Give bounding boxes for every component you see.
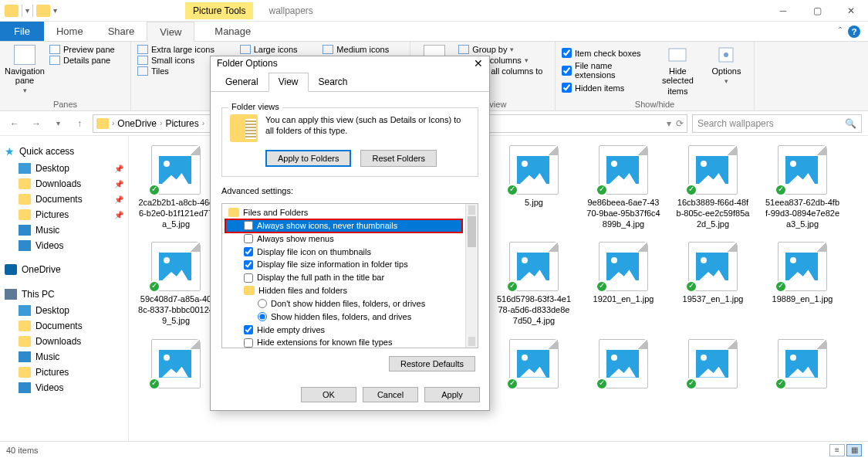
crumb-onedrive[interactable]: OneDrive› <box>117 118 162 129</box>
apply-button[interactable]: Apply <box>424 387 480 402</box>
options-icon <box>715 45 737 65</box>
layout-xl[interactable]: Extra large icons <box>137 45 229 54</box>
close-button[interactable]: ✕ <box>834 0 868 22</box>
preview-pane-button[interactable]: Preview pane <box>49 45 115 54</box>
tree-file-icon[interactable]: Display file icon on thumbnails <box>225 246 462 259</box>
file-item[interactable]: 59c408d7-a85a-408c-8337-bbbc001249_5.jpg <box>138 242 214 326</box>
forward-button[interactable]: → <box>28 115 45 132</box>
qat-folder-icon[interactable] <box>36 5 50 17</box>
refresh-icon[interactable]: ⟳ <box>676 118 684 129</box>
sidebar-pc-pictures[interactable]: Pictures <box>0 365 128 380</box>
tab-manage[interactable]: Manage <box>202 22 263 41</box>
sidebar-pc-videos[interactable]: Videos <box>0 380 128 395</box>
file-item[interactable] <box>675 339 751 422</box>
file-item[interactable]: 19537_en_1.jpg <box>675 242 751 326</box>
file-thumbnail <box>151 339 201 388</box>
sidebar-item-downloads[interactable]: Downloads📌 <box>0 176 128 192</box>
sidebar-pc-downloads[interactable]: Downloads <box>0 334 128 349</box>
minimize-button[interactable]: ─ <box>766 0 800 22</box>
sidebar-onedrive[interactable]: OneDrive <box>0 261 128 278</box>
file-name: 2ca2b2b1-a8cb-46c6-b2e0-b1f121ed77a_5.jp… <box>138 198 214 229</box>
tree-hide-ext[interactable]: Hide extensions for known file types <box>225 336 462 348</box>
file-thumbnail <box>688 339 738 388</box>
view-icons-toggle[interactable]: ▦ <box>846 444 862 456</box>
tree-files-folders[interactable]: Files and Folders <box>225 206 462 219</box>
file-item[interactable]: 16cb3889-f66d-48fb-805c-ee2c59f85a2d_5.j… <box>675 145 751 229</box>
tree-full-path[interactable]: Display the full path in the title bar <box>225 271 462 284</box>
file-thumbnail <box>509 145 559 195</box>
sidebar-pc-desktop[interactable]: Desktop <box>0 303 128 318</box>
sidebar-item-music[interactable]: Music <box>0 222 128 238</box>
hidden-items-toggle[interactable]: Hidden items <box>562 83 650 93</box>
tree-hide-empty[interactable]: Hide empty drives <box>225 324 462 337</box>
path-dropdown-icon[interactable]: ▾ <box>667 118 671 129</box>
qat-dropdown-icon[interactable]: ▾ <box>25 6 29 15</box>
file-item[interactable]: 19889_en_1.jpg <box>765 242 840 326</box>
path-folder-icon <box>96 118 109 129</box>
file-item[interactable] <box>496 339 572 422</box>
sidebar-item-pictures[interactable]: Pictures📌 <box>0 207 128 222</box>
folder-icon <box>19 336 31 347</box>
file-item[interactable]: 51eea837-62db-4fbf-99d3-0894e7e82ea3_5.j… <box>765 145 840 229</box>
tab-share[interactable]: Share <box>96 22 147 41</box>
dialog-tab-view[interactable]: View <box>269 73 309 92</box>
hide-selected-button[interactable]: Hide selected items <box>657 45 699 98</box>
file-item[interactable]: 19201_en_1.jpg <box>586 242 661 326</box>
apply-to-folders-button[interactable]: Apply to Folders <box>265 150 351 167</box>
tree-show-hidden[interactable]: Show hidden files, folders, and drives <box>225 310 462 324</box>
group-by-button[interactable]: Group by▾ <box>458 45 549 54</box>
details-pane-button[interactable]: Details pane <box>49 56 115 65</box>
sidebar-item-videos[interactable]: Videos <box>0 238 128 253</box>
sidebar-quickaccess[interactable]: ★Quick access <box>0 142 128 161</box>
item-checkboxes-toggle[interactable]: Item check boxes <box>562 48 650 58</box>
tree-always-menus[interactable]: Always show menus <box>225 232 462 246</box>
file-extensions-toggle[interactable]: File name extensions <box>562 61 650 80</box>
item-count: 40 items <box>6 446 39 455</box>
file-item[interactable]: 9e86beea-6ae7-4370-9bae-95b37f6c4899b_4.… <box>586 145 661 229</box>
sidebar-item-desktop[interactable]: Desktop📌 <box>0 161 128 176</box>
tree-scrollbar[interactable] <box>465 204 478 348</box>
reset-folders-button[interactable]: Reset Folders <box>360 150 436 167</box>
sidebar-pc-music[interactable]: Music <box>0 349 128 365</box>
sidebar-thispc[interactable]: This PC <box>0 286 128 303</box>
file-item[interactable]: 516d5798-63f3-4e178-a5d6-d833de8e7d50_4.… <box>496 242 572 326</box>
help-icon[interactable]: ? <box>848 25 860 38</box>
nav-pane-button[interactable]: Navigation pane ▾ <box>6 45 43 98</box>
back-button[interactable]: ← <box>6 115 23 132</box>
tab-view[interactable]: View <box>147 22 194 42</box>
tab-home[interactable]: Home <box>44 22 96 41</box>
ribbon-collapse-icon[interactable]: ˆ <box>839 26 842 37</box>
maximize-button[interactable]: ▢ <box>800 0 834 22</box>
file-item[interactable] <box>138 339 214 422</box>
restore-defaults-button[interactable]: Restore Defaults <box>389 356 475 371</box>
ok-button[interactable]: OK <box>301 387 356 402</box>
sidebar-pc-documents[interactable]: Documents <box>0 318 128 334</box>
file-item[interactable]: 5.jpg <box>496 145 572 229</box>
thispc-icon <box>5 289 17 300</box>
layout-large[interactable]: Large icons <box>240 45 312 54</box>
tree-dont-show-hidden[interactable]: Don't show hidden files, folders, or dri… <box>225 297 462 310</box>
ribbon-group-panes: Panes <box>6 98 124 109</box>
options-button[interactable]: Options ▾ <box>705 45 748 98</box>
tree-file-size[interactable]: Display file size information in folder … <box>225 258 462 271</box>
layout-medium[interactable]: Medium icons <box>323 45 404 54</box>
dialog-tab-general[interactable]: General <box>215 73 269 91</box>
dialog-close-button[interactable]: ✕ <box>474 57 483 70</box>
file-item[interactable]: 2ca2b2b1-a8cb-46c6-b2e0-b1f121ed77a_5.jp… <box>138 145 214 229</box>
tree-hidden-group[interactable]: Hidden files and folders <box>225 284 462 297</box>
up-button[interactable]: ↑ <box>71 115 88 132</box>
sidebar-item-documents[interactable]: Documents📌 <box>0 192 128 207</box>
file-item[interactable] <box>586 339 661 422</box>
folder-views-icon <box>230 114 258 142</box>
view-details-toggle[interactable]: ≡ <box>829 444 845 456</box>
file-item[interactable] <box>765 339 840 422</box>
dialog-tab-search[interactable]: Search <box>309 73 358 91</box>
search-input[interactable]: Search wallpapers 🔍 <box>692 114 862 133</box>
tab-file[interactable]: File <box>0 22 44 41</box>
cancel-button[interactable]: Cancel <box>363 387 418 402</box>
tree-always-icons[interactable]: Always show icons, never thumbnails <box>225 219 462 232</box>
qat-overflow-icon[interactable]: ▾ <box>53 6 57 15</box>
history-dropdown[interactable]: ▾ <box>49 115 66 132</box>
sync-badge-icon <box>148 378 160 390</box>
advanced-settings-tree[interactable]: Files and Folders Always show icons, nev… <box>221 203 478 348</box>
